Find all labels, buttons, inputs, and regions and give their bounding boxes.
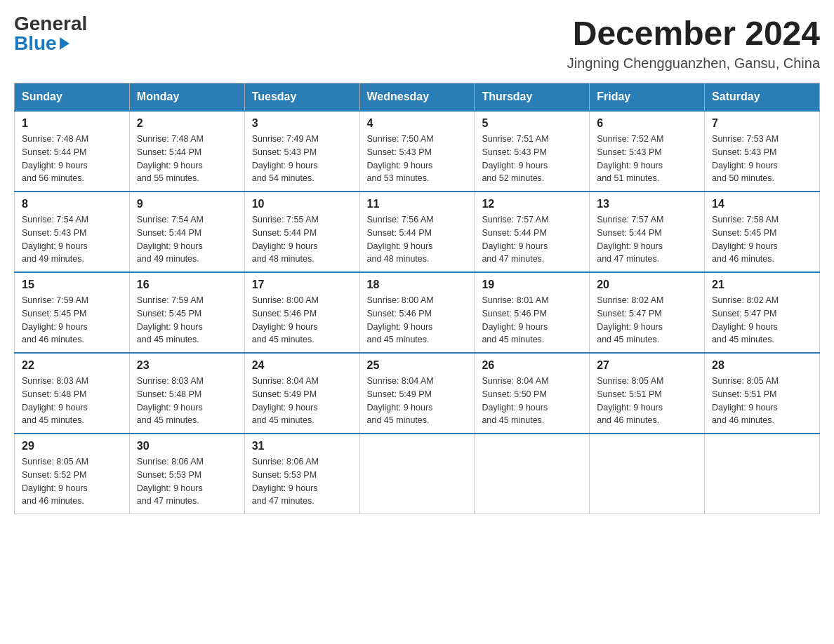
- day-number: 12: [482, 198, 582, 210]
- day-info: Sunrise: 7:58 AMSunset: 5:45 PMDaylight:…: [712, 213, 812, 266]
- calendar-cell: 5Sunrise: 7:51 AMSunset: 5:43 PMDaylight…: [475, 111, 590, 192]
- calendar-cell: 3Sunrise: 7:49 AMSunset: 5:43 PMDaylight…: [244, 111, 359, 192]
- day-info: Sunrise: 7:54 AMSunset: 5:43 PMDaylight:…: [22, 213, 122, 266]
- day-number: 25: [367, 359, 468, 372]
- calendar-header-tuesday: Tuesday: [244, 83, 359, 112]
- day-number: 22: [22, 359, 122, 372]
- week-row-4: 22Sunrise: 8:03 AMSunset: 5:48 PMDayligh…: [15, 353, 820, 434]
- calendar-cell: 26Sunrise: 8:04 AMSunset: 5:50 PMDayligh…: [475, 353, 590, 434]
- day-number: 6: [597, 117, 697, 130]
- calendar-cell: [590, 434, 705, 514]
- day-number: 1: [22, 117, 122, 130]
- week-row-2: 8Sunrise: 7:54 AMSunset: 5:43 PMDaylight…: [15, 192, 820, 272]
- day-number: 30: [137, 440, 237, 452]
- calendar-cell: 30Sunrise: 8:06 AMSunset: 5:53 PMDayligh…: [129, 434, 244, 514]
- day-info: Sunrise: 8:06 AMSunset: 5:53 PMDaylight:…: [252, 455, 352, 508]
- calendar-cell: 22Sunrise: 8:03 AMSunset: 5:48 PMDayligh…: [15, 353, 130, 434]
- day-number: 14: [712, 198, 812, 210]
- day-number: 9: [137, 198, 237, 210]
- calendar-header-wednesday: Wednesday: [359, 83, 475, 112]
- day-info: Sunrise: 8:03 AMSunset: 5:48 PMDaylight:…: [22, 375, 122, 427]
- calendar-cell: 31Sunrise: 8:06 AMSunset: 5:53 PMDayligh…: [244, 434, 359, 514]
- calendar-cell: 8Sunrise: 7:54 AMSunset: 5:43 PMDaylight…: [15, 192, 130, 272]
- location-text: Jingning Chengguanzhen, Gansu, China: [567, 55, 820, 72]
- day-info: Sunrise: 8:05 AMSunset: 5:51 PMDaylight:…: [597, 375, 697, 427]
- calendar-header-friday: Friday: [590, 83, 705, 112]
- logo: General Blue: [14, 14, 87, 53]
- day-info: Sunrise: 7:48 AMSunset: 5:44 PMDaylight:…: [22, 133, 122, 185]
- week-row-3: 15Sunrise: 7:59 AMSunset: 5:45 PMDayligh…: [15, 272, 820, 353]
- calendar-cell: 7Sunrise: 7:53 AMSunset: 5:43 PMDaylight…: [705, 111, 820, 192]
- calendar-cell: 2Sunrise: 7:48 AMSunset: 5:44 PMDaylight…: [129, 111, 244, 192]
- day-number: 18: [367, 279, 468, 291]
- calendar-cell: 9Sunrise: 7:54 AMSunset: 5:44 PMDaylight…: [129, 192, 244, 272]
- logo-general-text: General: [14, 14, 87, 34]
- day-info: Sunrise: 7:48 AMSunset: 5:44 PMDaylight:…: [137, 133, 237, 185]
- day-number: 31: [252, 440, 352, 452]
- calendar-cell: 15Sunrise: 7:59 AMSunset: 5:45 PMDayligh…: [15, 272, 130, 353]
- day-info: Sunrise: 7:54 AMSunset: 5:44 PMDaylight:…: [137, 213, 237, 266]
- page-header: General Blue December 2024 Jingning Chen…: [14, 14, 820, 72]
- calendar-cell: 10Sunrise: 7:55 AMSunset: 5:44 PMDayligh…: [244, 192, 359, 272]
- calendar-cell: 12Sunrise: 7:57 AMSunset: 5:44 PMDayligh…: [475, 192, 590, 272]
- day-number: 17: [252, 279, 352, 291]
- day-info: Sunrise: 7:57 AMSunset: 5:44 PMDaylight:…: [597, 213, 697, 266]
- calendar-cell: [475, 434, 590, 514]
- day-info: Sunrise: 7:49 AMSunset: 5:43 PMDaylight:…: [252, 133, 352, 185]
- day-info: Sunrise: 8:04 AMSunset: 5:50 PMDaylight:…: [482, 375, 582, 427]
- day-info: Sunrise: 8:01 AMSunset: 5:46 PMDaylight:…: [482, 294, 582, 347]
- week-row-1: 1Sunrise: 7:48 AMSunset: 5:44 PMDaylight…: [15, 111, 820, 192]
- calendar-cell: 4Sunrise: 7:50 AMSunset: 5:43 PMDaylight…: [359, 111, 475, 192]
- calendar-header-monday: Monday: [129, 83, 244, 112]
- day-number: 4: [367, 117, 468, 130]
- calendar-header-saturday: Saturday: [705, 83, 820, 112]
- day-info: Sunrise: 7:59 AMSunset: 5:45 PMDaylight:…: [137, 294, 237, 347]
- day-number: 24: [252, 359, 352, 372]
- day-info: Sunrise: 8:02 AMSunset: 5:47 PMDaylight:…: [712, 294, 812, 347]
- day-info: Sunrise: 8:04 AMSunset: 5:49 PMDaylight:…: [367, 375, 468, 427]
- calendar-cell: 21Sunrise: 8:02 AMSunset: 5:47 PMDayligh…: [705, 272, 820, 353]
- calendar-header-thursday: Thursday: [475, 83, 590, 112]
- day-number: 19: [482, 279, 582, 291]
- day-info: Sunrise: 7:59 AMSunset: 5:45 PMDaylight:…: [22, 294, 122, 347]
- calendar-cell: 25Sunrise: 8:04 AMSunset: 5:49 PMDayligh…: [359, 353, 475, 434]
- day-number: 27: [597, 359, 697, 372]
- calendar-cell: 20Sunrise: 8:02 AMSunset: 5:47 PMDayligh…: [590, 272, 705, 353]
- day-info: Sunrise: 7:55 AMSunset: 5:44 PMDaylight:…: [252, 213, 352, 266]
- week-row-5: 29Sunrise: 8:05 AMSunset: 5:52 PMDayligh…: [15, 434, 820, 514]
- day-info: Sunrise: 8:05 AMSunset: 5:51 PMDaylight:…: [712, 375, 812, 427]
- day-number: 26: [482, 359, 582, 372]
- calendar-cell: 13Sunrise: 7:57 AMSunset: 5:44 PMDayligh…: [590, 192, 705, 272]
- calendar-cell: 6Sunrise: 7:52 AMSunset: 5:43 PMDaylight…: [590, 111, 705, 192]
- calendar-cell: 18Sunrise: 8:00 AMSunset: 5:46 PMDayligh…: [359, 272, 475, 353]
- day-number: 21: [712, 279, 812, 291]
- day-info: Sunrise: 7:57 AMSunset: 5:44 PMDaylight:…: [482, 213, 582, 266]
- calendar-cell: 23Sunrise: 8:03 AMSunset: 5:48 PMDayligh…: [129, 353, 244, 434]
- day-info: Sunrise: 8:00 AMSunset: 5:46 PMDaylight:…: [252, 294, 352, 347]
- day-info: Sunrise: 8:03 AMSunset: 5:48 PMDaylight:…: [137, 375, 237, 427]
- day-info: Sunrise: 8:06 AMSunset: 5:53 PMDaylight:…: [137, 455, 237, 508]
- calendar-header-sunday: Sunday: [15, 83, 130, 112]
- logo-triangle-icon: [60, 37, 70, 50]
- day-number: 23: [137, 359, 237, 372]
- day-info: Sunrise: 7:52 AMSunset: 5:43 PMDaylight:…: [597, 133, 697, 185]
- calendar-cell: 17Sunrise: 8:00 AMSunset: 5:46 PMDayligh…: [244, 272, 359, 353]
- day-number: 20: [597, 279, 697, 291]
- day-number: 16: [137, 279, 237, 291]
- day-number: 29: [22, 440, 122, 452]
- calendar-cell: 16Sunrise: 7:59 AMSunset: 5:45 PMDayligh…: [129, 272, 244, 353]
- day-number: 2: [137, 117, 237, 130]
- calendar-cell: [359, 434, 475, 514]
- calendar-cell: 28Sunrise: 8:05 AMSunset: 5:51 PMDayligh…: [705, 353, 820, 434]
- day-info: Sunrise: 8:00 AMSunset: 5:46 PMDaylight:…: [367, 294, 468, 347]
- calendar-cell: 27Sunrise: 8:05 AMSunset: 5:51 PMDayligh…: [590, 353, 705, 434]
- day-number: 5: [482, 117, 582, 130]
- calendar-header-row: SundayMondayTuesdayWednesdayThursdayFrid…: [15, 83, 820, 112]
- day-info: Sunrise: 7:56 AMSunset: 5:44 PMDaylight:…: [367, 213, 468, 266]
- day-number: 3: [252, 117, 352, 130]
- day-number: 10: [252, 198, 352, 210]
- title-block: December 2024 Jingning Chengguanzhen, Ga…: [567, 14, 820, 72]
- day-info: Sunrise: 7:50 AMSunset: 5:43 PMDaylight:…: [367, 133, 468, 185]
- month-title: December 2024: [567, 14, 820, 53]
- calendar-cell: 11Sunrise: 7:56 AMSunset: 5:44 PMDayligh…: [359, 192, 475, 272]
